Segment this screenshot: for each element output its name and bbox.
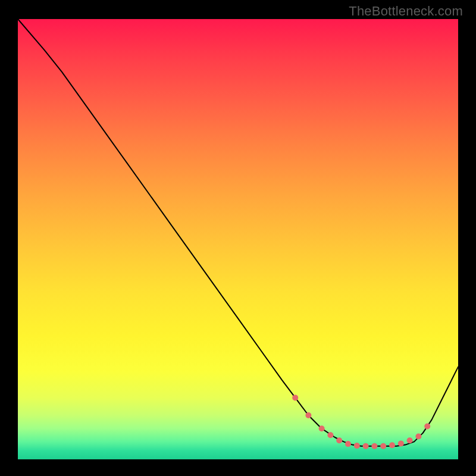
trough-marker xyxy=(371,443,377,449)
trough-markers-group xyxy=(292,394,430,449)
trough-marker xyxy=(398,440,404,446)
curve-svg xyxy=(18,19,458,459)
watermark-text: TheBottleneck.com xyxy=(349,4,463,19)
trough-marker xyxy=(354,443,360,449)
trough-marker xyxy=(345,441,351,447)
trough-marker xyxy=(319,425,325,431)
trough-marker xyxy=(424,424,430,430)
trough-marker xyxy=(292,394,298,400)
trough-marker xyxy=(380,443,386,449)
trough-marker xyxy=(305,412,311,418)
plot-area xyxy=(18,19,458,459)
trough-marker xyxy=(415,434,421,440)
bottleneck-curve xyxy=(18,19,458,446)
chart-frame: TheBottleneck.com xyxy=(0,0,476,476)
trough-marker xyxy=(407,437,413,443)
trough-marker xyxy=(336,437,342,443)
trough-marker xyxy=(327,432,333,438)
trough-marker xyxy=(363,443,369,449)
trough-marker xyxy=(389,442,395,448)
